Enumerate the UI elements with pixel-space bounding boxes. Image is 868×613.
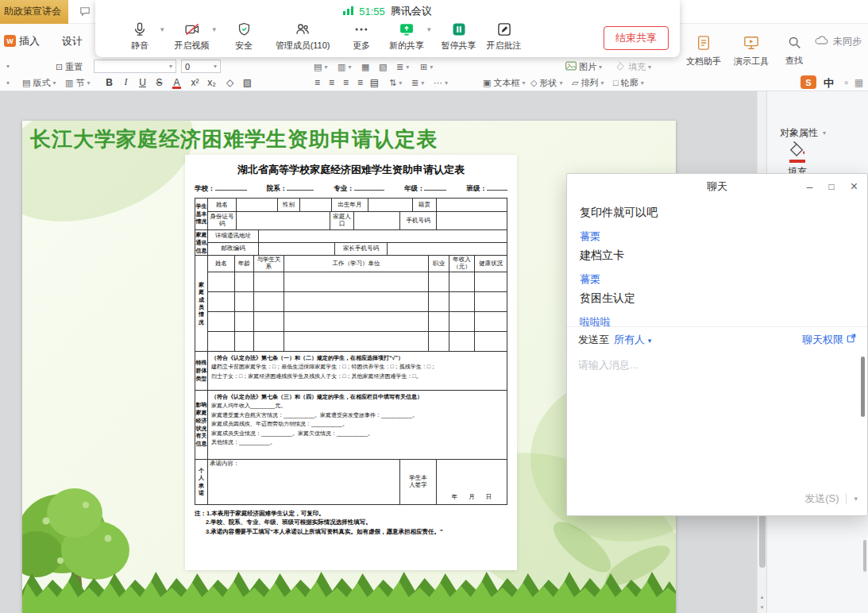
section-contact-label: 家庭通讯信息 <box>195 231 207 254</box>
chat-permission-button[interactable]: 聊天权限 <box>802 333 856 347</box>
cell-header: 籍贯 <box>413 199 437 211</box>
collapsed-control-caret[interactable]: ▾ <box>6 79 10 87</box>
sync-status[interactable]: 未同步 <box>815 35 862 48</box>
align-left-button[interactable]: ≡ <box>310 75 325 90</box>
subscript-button[interactable]: x₂ <box>204 75 219 90</box>
chevron-down-icon: ▾ <box>169 63 172 70</box>
line-spacing-button[interactable]: ≣▾ <box>396 60 409 74</box>
screen: 助政策宣讲会 × 1 W 插入 设计 未同步 ⊡ 重置 <box>0 0 868 613</box>
fill-button[interactable]: 填充▾ <box>615 60 651 74</box>
members-icon <box>294 21 311 38</box>
chat-scrollbar-thumb[interactable] <box>861 357 865 417</box>
doc-assistant-button[interactable]: 文档助手 <box>681 35 726 67</box>
document-tab[interactable]: 助政策宣讲会 <box>0 0 68 24</box>
end-share-button[interactable]: 结束共享 <box>604 26 669 50</box>
chat-input[interactable] <box>567 352 867 488</box>
slide-title[interactable]: 长江大学家庭经济困难学生资助申请认定表 <box>30 125 438 153</box>
highlight-button[interactable]: ◇ <box>222 75 237 90</box>
align-justify-button[interactable]: ≡ <box>353 75 368 90</box>
send-to-select[interactable]: 所有人 ▾ <box>614 333 651 347</box>
form-object[interactable]: 湖北省高等学校家庭经济困难学生资助申请认定表 学校： 院系： 专业： 年级： 班… <box>185 155 517 570</box>
panel-scrollbar-thumb[interactable] <box>863 540 866 572</box>
chevron-down-icon: ▾ <box>823 129 826 137</box>
ribbon-tab-insert[interactable]: 插入 <box>19 34 40 48</box>
paragraph-spacing-button[interactable]: ⇅▾ <box>389 75 402 90</box>
indent-decrease-button[interactable]: ▦ <box>361 60 369 74</box>
bullet-list-button[interactable]: ▤▾ <box>314 60 327 74</box>
mute-button[interactable]: 静音 <box>122 21 157 52</box>
number-list-button[interactable]: ▥▾ <box>338 60 351 74</box>
ime-indicator[interactable]: 中 <box>824 76 834 91</box>
table-row <box>208 272 507 291</box>
more-icon <box>353 21 369 38</box>
ime-keyboard-icon[interactable]: ▦ <box>851 75 866 90</box>
form-meta-row: 学校： 院系： 专业： 年级： 班级： <box>195 184 507 194</box>
columns-button[interactable]: ⊞▾ <box>420 60 433 74</box>
chat-header[interactable]: 聊天 – □ × <box>567 174 867 199</box>
manage-members-button[interactable]: 管理成员(110) <box>272 21 334 52</box>
special-line: 建档立卡贫困家庭学生：□；最低生活保障家庭学生：□；特困供养学生：□；孤残学生：… <box>211 362 503 372</box>
cell-header: 家庭人口 <box>330 212 354 229</box>
maximize-icon[interactable]: □ <box>828 181 834 192</box>
distribute-button[interactable]: ▤ <box>367 75 382 90</box>
object-properties-header[interactable]: 对象属性 ▾ <box>780 126 826 140</box>
underline-button[interactable]: U <box>135 75 150 90</box>
close-icon[interactable]: × <box>851 179 858 194</box>
chat-bubble-icon[interactable] <box>79 6 91 17</box>
special-note: （符合《认定办法》第七条（一）和（二）规定的学生，在相应选择项打“√”） <box>211 353 503 363</box>
superscript-button[interactable]: x² <box>187 75 203 90</box>
font-family-select[interactable]: ▾ <box>94 60 176 73</box>
pause-share-button[interactable]: 暂停共享 <box>442 21 476 52</box>
meta-grade: 年级： <box>404 184 425 192</box>
ribbon-tab-design[interactable]: 设计 <box>62 34 83 48</box>
arrange-button[interactable]: ▱排列▾ <box>572 75 604 90</box>
share-options-caret[interactable]: ▾ <box>427 25 431 33</box>
share-screen-icon <box>398 21 415 38</box>
mute-options-caret[interactable]: ▾ <box>160 25 164 33</box>
send-options-caret[interactable]: ▾ <box>854 495 858 503</box>
align-right-button[interactable]: ≡ <box>338 75 353 90</box>
wps-app-icon[interactable]: W <box>4 35 16 47</box>
more-format-button[interactable]: ⋯▾ <box>434 75 448 90</box>
bold-button[interactable]: B <box>102 75 117 90</box>
security-button[interactable]: 安全 <box>226 21 261 52</box>
outline-button[interactable]: □轮廓▾ <box>613 75 644 90</box>
more-button[interactable]: 更多 <box>344 21 379 52</box>
form-note-line: 3.承诺内容需要手工填写“本人承诺以上所填写资料真实。如有虚假，愿意承担相应责任… <box>195 527 507 537</box>
font-color-button[interactable]: A <box>169 75 184 90</box>
start-video-button[interactable]: 开启视频 <box>175 21 210 52</box>
chat-message-list[interactable]: 复印件就可以吧 蕃栗 建档立卡 蕃栗 贫困生认定 啦啦啦 拍照保存 赖志慧 19… <box>567 199 867 326</box>
font-size-select[interactable]: 0▾ <box>181 60 221 73</box>
picture-button[interactable]: 图片▾ <box>565 60 602 74</box>
video-options-caret[interactable]: ▾ <box>213 25 217 33</box>
annotate-button[interactable]: 开启批注 <box>487 21 522 52</box>
scroll-down-icon[interactable]: ▾ <box>761 604 764 611</box>
section-basic: 学生基本情况 姓名 性别 出生年月 籍贯 <box>195 199 507 229</box>
chat-message-group: 啦啦啦 拍照保存 <box>580 315 854 326</box>
scroll-up-icon[interactable]: ▴ <box>761 594 764 600</box>
send-button[interactable]: 发送(S) <box>804 492 839 506</box>
align-center-button[interactable]: ≡ <box>324 75 339 90</box>
shapes-button[interactable]: ◇形状▾ <box>530 75 562 90</box>
chat-message-group: 蕃栗 贫困生认定 <box>580 272 854 306</box>
collapsed-control-caret[interactable]: ▾ <box>6 63 10 70</box>
doc-assistant-icon <box>696 35 711 53</box>
economic-line: 家庭成员失业情况：__________。家庭欠债情况：__________。 <box>211 429 503 438</box>
section-family: 家庭成员情况 姓名 年龄 与学生关系 工作（学习）单位 职业 年收入（元） 健康… <box>195 255 507 350</box>
section-button[interactable]: ▥节▾ <box>65 75 90 90</box>
new-share-button[interactable]: 新的共享 <box>389 21 424 52</box>
present-tools-button[interactable]: 演示工具 <box>729 35 773 67</box>
wps-logo-icon[interactable]: S <box>800 75 816 89</box>
promise-sign-label: 学生本人签字 <box>409 475 428 488</box>
minimize-icon[interactable]: – <box>807 180 813 193</box>
line-options-button[interactable]: ≣▾ <box>411 75 424 90</box>
text-effects-button[interactable]: ▨ <box>240 75 255 90</box>
textbox-button[interactable]: ▣文本框▾ <box>483 75 525 90</box>
indent-increase-button[interactable]: ▧ <box>379 60 387 74</box>
layout-button[interactable]: ▤版式▾ <box>22 75 56 90</box>
find-button[interactable]: 查找 <box>772 35 816 67</box>
strikethrough-button[interactable]: S <box>152 75 167 90</box>
reset-button[interactable]: ⊡ 重置 <box>56 60 83 74</box>
italic-button[interactable]: I <box>118 75 133 90</box>
table-row <box>208 331 507 351</box>
